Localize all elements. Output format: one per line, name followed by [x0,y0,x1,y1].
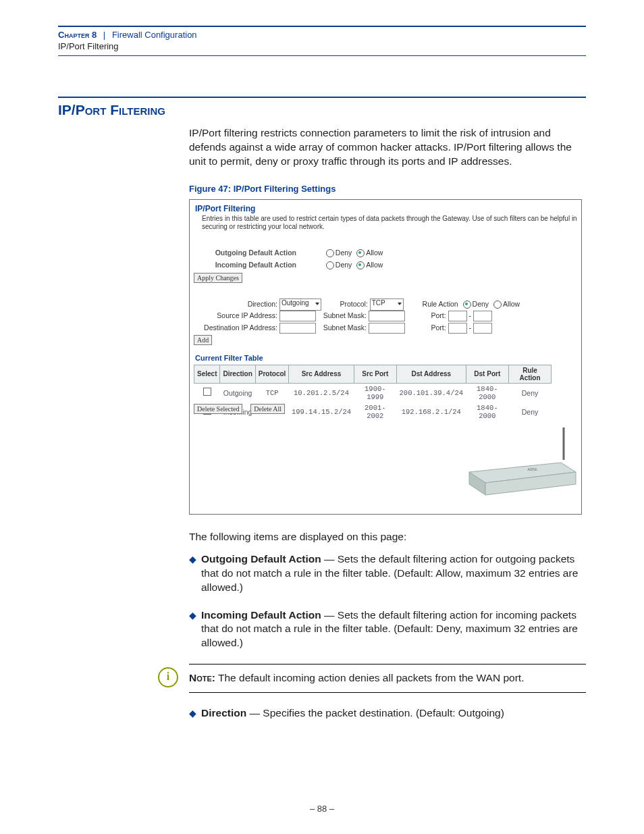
page-number: – 88 – [0,804,644,814]
src-port-label: Port: [407,311,446,319]
ss-form-row-2: Source IP Address: Subnet Mask: Port: - [195,311,492,321]
ruleaction-label: Rule Action [406,300,458,308]
ss-form-row-3: Destination IP Address: Subnet Mask: Por… [195,323,492,334]
dst-subnet-label: Subnet Mask: [318,323,367,332]
ss-outgoing-label: Outgoing Default Action [195,249,296,257]
th-src-port: Src Port [354,365,396,383]
apply-changes-button[interactable]: Apply Changes [194,273,242,283]
section-rule [58,97,586,98]
dst-subnet-input[interactable] [369,323,405,334]
src-port-from-input[interactable] [448,311,467,321]
ss-incoming-label: Incoming Default Action [195,261,296,269]
table-row: Outgoing TCP 10.201.2.5/24 1900-1999 200… [194,383,552,402]
th-protocol: Protocol [255,365,289,383]
header-line-2: IP/Port Filtering [58,41,586,51]
figure-screenshot: IP/Port Filtering Entries in this table … [189,199,582,515]
protocol-select[interactable]: TCP [370,298,404,311]
ss-title: IP/Port Filtering [195,204,255,213]
th-dst-port: Dst Port [466,365,508,383]
header-line-1: Chapter 8 | Firewall Configuration [58,30,586,40]
diamond-bullet-icon: ◆ [189,552,201,595]
th-select: Select [194,365,220,383]
bullet-direction: ◆ Direction — Specifies the packet desti… [189,706,586,721]
src-port-to-input[interactable] [473,311,492,321]
bullet-incoming: ◆ Incoming Default Action — Sets the def… [189,608,586,651]
note-label: Note: [189,672,215,683]
radio-incoming-deny[interactable] [326,261,334,269]
th-dst-address: Dst Address [397,365,466,383]
src-subnet-input[interactable] [369,311,405,321]
radio-rule-allow[interactable] [493,301,502,309]
router-device-illustration: ADSL [462,427,577,502]
chapter-label: Chapter 8 [58,30,97,40]
items-lead: The following items are displayed on thi… [189,531,586,543]
radio-outgoing-deny[interactable] [326,249,334,257]
direction-label: Direction: [195,300,277,308]
radio-rule-deny[interactable] [463,301,471,309]
radio-incoming-allow[interactable] [356,261,365,269]
note-block: i Note: The default incoming action deni… [189,664,586,693]
dst-port-to-input[interactable] [473,323,492,334]
ss-outgoing-row: Outgoing Default Action Deny Allow [195,249,383,257]
header-separator: | [103,30,105,40]
figure-caption: Figure 47: IP/Port Filtering Settings [189,184,586,194]
th-rule-action: Rule Action [509,365,552,383]
dst-ip-label: Destination IP Address: [195,323,277,332]
protocol-label: Protocol: [323,300,368,308]
diamond-bullet-icon: ◆ [189,706,201,721]
diamond-bullet-icon: ◆ [189,608,201,651]
ss-description: Entries in this table are used to restri… [202,215,577,232]
intro-paragraph: IP/Port filtering restricts connection p… [189,126,586,169]
header-top-rule [58,26,586,27]
src-subnet-label: Subnet Mask: [318,311,367,319]
section-heading: IP/Port Filtering [58,102,586,118]
src-ip-input[interactable] [279,311,316,321]
direction-select[interactable]: Outgoing [279,298,321,311]
ss-form-row-1: Direction: Outgoing Protocol: TCP Rule A… [195,298,573,311]
th-direction: Direction [220,365,255,383]
ss-incoming-row: Incoming Default Action Deny Allow [195,261,383,269]
delete-selected-button[interactable]: Delete Selected [194,404,242,414]
delete-all-button[interactable]: Delete All [250,404,285,414]
svg-text:ADSL: ADSL [527,467,538,471]
row-checkbox[interactable] [203,388,211,396]
chapter-title: Firewall Configuration [112,30,197,40]
info-icon: i [158,667,178,687]
dst-port-label: Port: [407,323,446,332]
note-text: The default incoming action denies all p… [215,672,524,683]
radio-outgoing-allow[interactable] [356,249,365,257]
current-filter-table-title: Current Filter Table [195,354,263,362]
dst-ip-input[interactable] [279,323,316,334]
bullet-outgoing: ◆ Outgoing Default Action — Sets the def… [189,552,586,595]
dst-port-from-input[interactable] [448,323,467,334]
th-src-address: Src Address [289,365,354,383]
src-ip-label: Source IP Address: [195,311,277,319]
add-button[interactable]: Add [194,335,212,345]
